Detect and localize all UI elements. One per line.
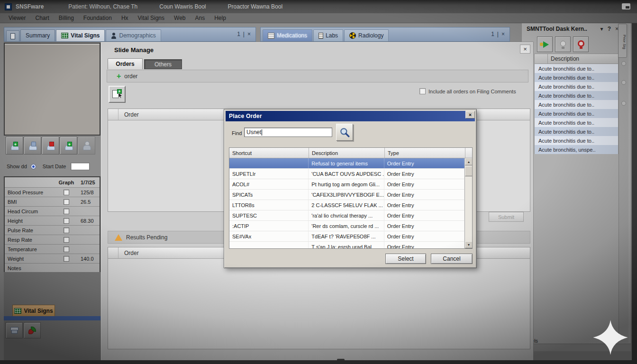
- vital-value: 125/8: [80, 190, 100, 195]
- menu-item[interactable]: Chart: [30, 15, 54, 21]
- vitals-row[interactable]: Temperature: [5, 245, 100, 254]
- add-patient-note-button[interactable]: +: [6, 136, 23, 155]
- select-button[interactable]: Select: [385, 254, 426, 264]
- menu-item[interactable]: Ans: [191, 15, 210, 21]
- menu-item[interactable]: Vital Signs: [133, 15, 169, 21]
- diagnosis-row[interactable]: Acute bronchitis due to..: [534, 100, 619, 109]
- window-restore-icon[interactable]: [622, 3, 630, 9]
- tab-document[interactable]: [6, 30, 19, 41]
- show-radio[interactable]: [31, 164, 36, 169]
- order-result-row[interactable]: T s'an J la: esrsh urad Bal Order Entry: [229, 242, 464, 248]
- help-icon[interactable]: ?: [608, 26, 611, 32]
- tab-demographics[interactable]: Demographics: [106, 29, 161, 41]
- flag-entry-button[interactable]: [42, 136, 59, 155]
- menu-item[interactable]: Billing: [54, 15, 79, 21]
- side-vertical-tab[interactable]: Prior Sig: [618, 24, 627, 58]
- dropdown-icon[interactable]: ▾: [601, 26, 603, 32]
- scroll-thumb[interactable]: [465, 166, 473, 176]
- strip-dot-icon[interactable]: [621, 101, 626, 106]
- include-orders-checkbox[interactable]: [419, 88, 426, 94]
- order-result-row[interactable]: LTTOR8s 2 C-LASSCF 54ELUV FLAK ... Order…: [229, 200, 464, 210]
- graph-checkbox[interactable]: [64, 209, 69, 214]
- strip-dot-icon[interactable]: [621, 61, 626, 66]
- diagnosis-row[interactable]: Acute bronchitis due to..: [534, 127, 619, 136]
- search-button[interactable]: [336, 124, 353, 141]
- dialog-titlebar[interactable]: Place Order: [226, 111, 475, 121]
- shortcut-cell: SUPETLIr: [229, 169, 309, 179]
- tabstrip-close-icon[interactable]: ×: [501, 31, 505, 37]
- scroll-up-button[interactable]: ▲: [465, 158, 473, 165]
- tab-summary[interactable]: Summary: [20, 29, 55, 41]
- scroll-down-button[interactable]: ▼: [465, 241, 473, 248]
- order-manager-close-button[interactable]: ×: [520, 45, 530, 54]
- start-date-input[interactable]: [71, 163, 90, 170]
- menu-item[interactable]: Viewer: [4, 15, 30, 21]
- tab-labs[interactable]: Labs: [313, 29, 343, 41]
- print-button[interactable]: [6, 322, 23, 338]
- add-entry-button[interactable]: +: [60, 136, 77, 155]
- order-result-row[interactable]: SPICATs 'CAFEX3LIP8IVVY'EBOGF E... Order…: [229, 190, 464, 200]
- vitals-row[interactable]: Resp Rate: [5, 235, 100, 245]
- growth-chart-button[interactable]: [24, 322, 41, 338]
- strip-dot-icon[interactable]: [621, 80, 626, 85]
- graph-checkbox[interactable]: [64, 246, 69, 252]
- description-column-header[interactable]: Description: [309, 148, 385, 158]
- graph-checkbox[interactable]: [64, 218, 69, 224]
- shortcut-column-header[interactable]: Shortcut: [229, 148, 309, 158]
- menu-item[interactable]: Help: [209, 15, 231, 21]
- order-result-row[interactable]: ACOL# Pt hurtig tog arm degom Gli... Ord…: [229, 179, 464, 190]
- cancel-button[interactable]: Cancel: [431, 254, 473, 264]
- tab-others[interactable]: Others: [144, 59, 182, 69]
- diagnosis-row[interactable]: Acute bronchitis due to..: [534, 73, 619, 82]
- order-result-row[interactable]: Refusal to general items Order Entry: [229, 158, 464, 169]
- tabstrip-close-icon[interactable]: ×: [247, 31, 251, 37]
- graph-checkbox[interactable]: [64, 228, 69, 233]
- graph-checkbox[interactable]: [64, 190, 69, 195]
- order-result-row[interactable]: SUPETLIr 'CUA BACT OUVS AUPDESC ... Orde…: [229, 169, 464, 179]
- separator-band: [4, 316, 100, 320]
- vitals-row[interactable]: BMI 26.5: [5, 197, 100, 207]
- results-scrollbar[interactable]: ▲ ▼: [464, 158, 472, 248]
- vitals-row[interactable]: Blood Pressure 125/8: [5, 188, 100, 197]
- tab-medications[interactable]: Medications: [263, 29, 312, 41]
- tab-vital-signs[interactable]: Vital Signs: [56, 29, 105, 41]
- vitals-row[interactable]: Notes: [5, 264, 100, 273]
- vitals-row[interactable]: Weight 140.0: [5, 254, 100, 264]
- description-column-header[interactable]: Description: [548, 54, 618, 64]
- vitals-row[interactable]: Pulse Rate: [5, 226, 100, 235]
- diagnosis-row[interactable]: Acute bronchitis due to..: [534, 109, 619, 118]
- diagnosis-row[interactable]: Acute bronchitis, unspe..: [534, 145, 619, 154]
- add-order-link[interactable]: order: [124, 73, 137, 80]
- diagnosis-row[interactable]: Acute bronchitis due to..: [534, 64, 619, 73]
- vitals-grid-icon: [61, 33, 68, 38]
- tab-orders[interactable]: Orders: [108, 58, 143, 69]
- type-column-header[interactable]: Type: [385, 148, 465, 158]
- alert-button[interactable]: [573, 36, 589, 52]
- diagnosis-row[interactable]: Acute bronchitis due to..: [534, 136, 619, 145]
- chart-tabstrip: Summary Vital Signs Demographics 1 | ×: [4, 27, 256, 42]
- diagnosis-row[interactable]: Acute bronchitis due to..: [534, 91, 619, 100]
- graph-checkbox[interactable]: [64, 237, 69, 243]
- graph-checkbox[interactable]: [64, 199, 69, 205]
- edit-entry-button[interactable]: [24, 136, 41, 155]
- vitals-row[interactable]: Head Circum: [5, 207, 100, 216]
- tab-count: 1: [237, 31, 240, 37]
- diagnosis-row[interactable]: Acute bronchitis due to..: [534, 82, 619, 91]
- menu-item[interactable]: Hx: [117, 15, 133, 21]
- vital-signs-bottom-tab[interactable]: Vital Signs: [12, 305, 55, 316]
- order-result-row[interactable]: :ACTIP 'Rer ds comlam, curscle rd ... Or…: [229, 221, 464, 231]
- menu-item[interactable]: Web: [169, 15, 190, 21]
- order-result-row[interactable]: SUPTESC 'ra'al lio chvrical therapy ... …: [229, 210, 464, 221]
- menu-item[interactable]: Foundation: [79, 15, 117, 21]
- order-result-row[interactable]: SE#VAx TdEAF t? 'RAVEPE5O8F ... Order En…: [229, 231, 464, 242]
- vitals-row[interactable]: Height 68.30: [5, 216, 100, 226]
- run-button[interactable]: [537, 36, 553, 52]
- new-order-button[interactable]: +: [109, 86, 126, 103]
- graph-checkbox[interactable]: [64, 256, 69, 262]
- find-input[interactable]: Usnet: [244, 127, 332, 137]
- suggestion-off-button[interactable]: [555, 36, 571, 52]
- tab-radiology[interactable]: Radiology: [344, 29, 389, 41]
- dialog-close-button[interactable]: ×: [465, 111, 475, 118]
- type-cell: Order Entry: [384, 190, 464, 200]
- diagnosis-row[interactable]: Acute bronchitis due to..: [534, 118, 619, 127]
